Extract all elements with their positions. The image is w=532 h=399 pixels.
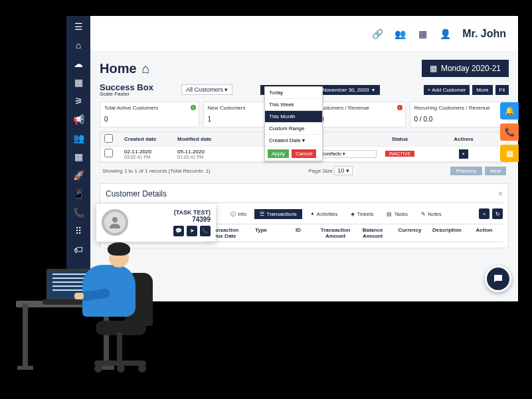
add-customer-button[interactable]: + Add Customer <box>424 85 470 95</box>
brand-name: Success Box <box>100 84 153 92</box>
col-status[interactable]: Status <box>377 136 423 142</box>
page-title-text: Home <box>100 61 137 76</box>
col-created[interactable]: Created date <box>124 136 177 142</box>
username[interactable]: Mr. John <box>462 28 506 40</box>
date-badge[interactable]: ▦ Monday 2020-21 <box>422 60 509 77</box>
calendar-icon[interactable]: ▦ <box>73 77 84 88</box>
rocket-icon[interactable]: 🚀 <box>73 170 84 181</box>
chat-fab[interactable] <box>485 266 511 292</box>
brand-logo: Success Box Scale Faster <box>100 84 153 96</box>
date-option-month[interactable]: This Month <box>265 111 322 123</box>
prev-button[interactable]: Previous <box>450 167 482 175</box>
cell-modified: 05-11-2020 01:03:41 PM <box>177 149 230 159</box>
page-size-control: Page Size 10 ▾ <box>308 167 352 174</box>
th-desc: Description <box>428 227 466 239</box>
th-icon[interactable]: ▦ <box>417 29 428 39</box>
next-button[interactable]: Next <box>485 167 506 175</box>
stat-value: 0 <box>104 116 108 123</box>
page-size-select[interactable]: 10 ▾ <box>334 166 353 175</box>
calendar-small-icon: ▦ <box>430 64 437 73</box>
th-id: ID <box>280 227 317 239</box>
customer-id: 74399 <box>133 216 211 223</box>
customer-details-panel: Customer Details × (TASK TEST) 74399 💬 ➤… <box>100 183 509 248</box>
user-icon[interactable]: 👤 <box>440 29 450 39</box>
stat-value: 1 <box>208 116 212 123</box>
th-balance: Balance Amount <box>354 227 391 239</box>
details-title-row: Customer Details × <box>106 189 503 203</box>
chat-icon[interactable]: 💬 <box>173 226 184 236</box>
phone-icon[interactable]: 📞 <box>73 207 84 218</box>
stat-label: tal Customers / Revenue <box>311 105 401 111</box>
grid-icon[interactable]: ▦ <box>73 151 84 162</box>
stat-label: Recurring Customers / Revenue <box>414 105 505 111</box>
tab-tickets[interactable]: ◈Tickets <box>345 209 379 219</box>
date-option-today[interactable]: Today <box>265 87 322 99</box>
call-icon[interactable]: 📞 <box>200 226 211 236</box>
topbar: 🔗 👥 ▦ 👤 Mr. John <box>90 16 518 52</box>
tab-tasks[interactable]: ▤Tasks <box>381 209 412 219</box>
stat-card-active: Total Active Customers 0 i <box>100 102 199 127</box>
widget-grid-icon[interactable]: ▦ <box>500 145 519 162</box>
detail-tabs: ⓘInfo ☰Transactions ✦Activities ◈Tickets… <box>225 208 503 220</box>
list-icon: ☰ <box>260 211 264 217</box>
th-currency: Currency <box>391 227 428 239</box>
tab-activities[interactable]: ✦Activities <box>305 209 343 219</box>
toolbar-right: + Add Customer More Fil <box>424 85 509 95</box>
transactions-header: Transaction /Due Date Type ID Transactio… <box>205 224 503 242</box>
tab-info[interactable]: ⓘInfo <box>225 208 252 220</box>
page-header: Home ⌂ ▦ Monday 2020-21 <box>100 60 509 77</box>
widget-call-icon[interactable]: 📞 <box>500 123 519 141</box>
link-icon[interactable]: 🔗 <box>372 29 383 39</box>
stat-card-recurring: Recurring Customers / Revenue 0 / 0.0 i <box>410 102 509 127</box>
home-icon[interactable]: ⌂ <box>73 40 84 50</box>
tab-transactions[interactable]: ☰Transactions <box>254 209 302 219</box>
th-type: Type <box>242 227 280 239</box>
send-icon[interactable]: ➤ <box>187 226 197 236</box>
row-checkbox[interactable] <box>104 149 113 157</box>
refresh-button[interactable]: ↻ <box>492 208 503 219</box>
filter-button[interactable]: Fil <box>495 85 509 95</box>
th-amount: Transaction Amount <box>317 227 354 239</box>
apply-button[interactable]: Apply <box>268 149 289 158</box>
side-widgets: 🔔 📞 ▦ <box>500 102 519 162</box>
date-range-popup: Today This Week This Month Custom Range … <box>264 86 323 161</box>
th-action: Action <box>466 227 503 239</box>
add-button[interactable]: + <box>479 208 489 219</box>
sitemap-icon[interactable]: ⚞ <box>73 96 84 106</box>
svg-point-0 <box>112 217 118 222</box>
date-option-custom[interactable]: Custom Range <box>265 123 322 135</box>
date-field-select[interactable]: Created Date ▾ <box>265 135 322 147</box>
col-modified[interactable]: Modified date <box>177 136 230 142</box>
group-icon[interactable]: 👥 <box>395 29 405 39</box>
customer-name: (TASK TEST) <box>133 209 211 216</box>
info-icon: ⓘ <box>230 210 236 218</box>
cell-created: 02-11-2020 03:02:41 PM <box>124 149 177 159</box>
cancel-button[interactable]: Cancel <box>292 149 316 158</box>
page-size-label: Page Size <box>308 168 332 174</box>
more-button[interactable]: More <box>472 85 492 95</box>
cloud-icon[interactable]: ☁ <box>73 58 84 69</box>
home-icon-inline: ⌂ <box>142 61 150 76</box>
row-action-button[interactable]: ▪ <box>459 149 468 159</box>
records-count: Showing 1 to 1 of 1 records (Total Recor… <box>102 168 211 174</box>
note-icon: ✎ <box>421 211 426 217</box>
select-all-checkbox[interactable] <box>104 134 113 143</box>
activity-icon: ✦ <box>310 211 315 217</box>
close-icon[interactable]: × <box>498 189 503 199</box>
info-dot-icon[interactable]: i <box>191 105 196 110</box>
customer-filter-select[interactable]: All Customers ▾ <box>181 84 233 95</box>
menu-icon[interactable]: ☰ <box>73 21 84 32</box>
users-icon[interactable]: 👥 <box>73 133 84 143</box>
ticket-icon: ◈ <box>351 211 355 217</box>
chat-icon <box>492 273 504 285</box>
mobile-icon[interactable]: 📱 <box>73 189 84 199</box>
megaphone-icon[interactable]: 📢 <box>73 114 84 125</box>
stat-label: Total Active Customers <box>104 105 195 111</box>
date-option-week[interactable]: This Week <box>265 99 322 111</box>
details-title: Customer Details <box>106 189 167 199</box>
tab-notes[interactable]: ✎Notes <box>416 209 447 219</box>
status-badge: INACTIVE <box>385 151 414 157</box>
info-dot-icon[interactable]: i <box>397 105 402 110</box>
date-badge-text: Monday 2020-21 <box>441 64 501 73</box>
widget-notify-icon[interactable]: 🔔 <box>500 102 519 120</box>
